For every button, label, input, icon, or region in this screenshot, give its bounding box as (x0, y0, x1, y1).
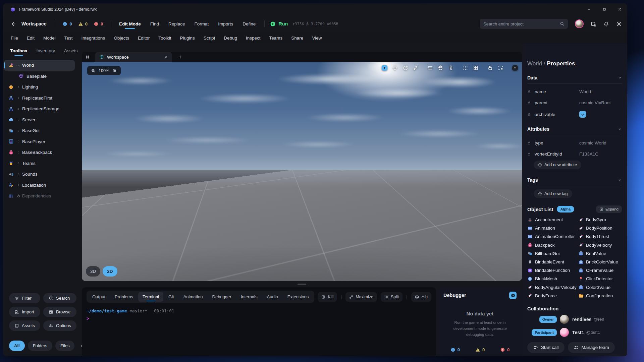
notifications-icon[interactable] (603, 21, 609, 27)
rotate-icon[interactable] (402, 65, 408, 71)
menu-item[interactable]: Objects (109, 36, 133, 41)
object-list-item[interactable]: BlockMesh (527, 275, 578, 283)
object-list-item[interactable]: BodyPosition (578, 224, 622, 232)
back-icon[interactable] (10, 21, 16, 27)
object-list-item[interactable]: Configuration (578, 292, 622, 300)
action-button[interactable]: Options (43, 320, 76, 331)
tags-section-header[interactable]: Tags (527, 177, 622, 186)
debug-error-count[interactable]: 0 (500, 347, 509, 352)
toolbar-mode[interactable]: Imports (218, 16, 233, 32)
settings-icon[interactable] (616, 21, 622, 27)
object-list-item[interactable]: BodyThrust (578, 232, 622, 241)
checklist-icon[interactable] (427, 65, 433, 71)
toolbar-mode[interactable]: Edit Mode (119, 16, 141, 32)
debug-info-count[interactable]: 0 (450, 347, 460, 352)
object-list-item[interactable]: BodyForce (527, 292, 578, 300)
object-list-item[interactable]: BindableFunction (527, 266, 578, 275)
record-button[interactable] (509, 292, 517, 299)
debug-warning-count[interactable]: 0 (475, 347, 485, 352)
tree-item[interactable]: BaseBackpack (4, 147, 75, 158)
toolbar-mode[interactable]: Find (150, 16, 159, 32)
kill-button[interactable]: Kill (318, 292, 337, 302)
object-list-item[interactable]: Accoutrement (527, 216, 578, 224)
dots-grid-icon[interactable] (463, 65, 468, 71)
add-tag-button[interactable]: Add new tag (534, 189, 572, 198)
action-button[interactable]: Assets (9, 320, 40, 331)
menu-item[interactable]: Debug (219, 36, 241, 41)
project-search[interactable] (480, 19, 568, 29)
menu-item[interactable]: Teams (265, 36, 287, 41)
lock-icon[interactable] (487, 65, 493, 71)
menu-item[interactable]: Toolkit (154, 36, 175, 41)
tab-close-icon[interactable] (164, 55, 168, 59)
maximize-terminal-button[interactable]: Maximize (345, 292, 377, 302)
property-row[interactable]: vortexEntityId F133A1C (527, 150, 622, 157)
action-button[interactable]: Import (9, 307, 40, 317)
capture-icon[interactable] (498, 65, 503, 71)
live-share-icon[interactable] (591, 21, 596, 27)
explorer-tab[interactable]: Assets (64, 48, 78, 56)
add-attribute-button[interactable]: Add new attribute (534, 161, 581, 169)
object-list-item[interactable]: Backpack (527, 241, 578, 249)
error-count[interactable]: 0 (94, 21, 103, 26)
toolbar-mode[interactable]: Format (194, 16, 209, 32)
chevron-right-icon[interactable] (16, 140, 21, 143)
maximize-button[interactable] (602, 7, 606, 11)
tree-item[interactable]: Dependencies (4, 191, 75, 201)
ruler-icon[interactable] (448, 65, 454, 71)
tree-item[interactable]: BaseGui (4, 125, 75, 136)
new-tab-icon[interactable] (178, 55, 182, 59)
close-button[interactable] (618, 7, 622, 11)
layout-grid-icon[interactable] (85, 55, 90, 59)
collaborator-row[interactable]: Participant Test1 @test1 (527, 327, 622, 338)
filter-chip[interactable]: Folders (28, 341, 52, 351)
object-list-item[interactable]: Color3Value (578, 283, 622, 292)
run-button[interactable]: Run r3756 β 3.7709 A005B (270, 21, 338, 27)
object-list-item[interactable]: ClickDetector (578, 275, 622, 283)
view-mode-button[interactable]: 2D (103, 266, 117, 277)
toolbar-mode[interactable]: Define (243, 16, 256, 32)
squares-icon[interactable] (473, 65, 479, 71)
start-call-button[interactable]: Start call (527, 342, 565, 353)
minimize-button[interactable] (587, 7, 591, 11)
tree-item[interactable]: World (4, 60, 75, 71)
scale-icon[interactable] (413, 65, 419, 71)
menu-item[interactable]: Integrations (77, 36, 110, 41)
filter-chip[interactable]: All (9, 341, 25, 351)
chevron-right-icon[interactable] (16, 162, 21, 165)
action-button[interactable]: Search (43, 293, 76, 303)
tree-item[interactable]: ReplicatedFirst (4, 93, 75, 104)
object-list-item[interactable]: BoolValue (578, 249, 622, 258)
camera-icon[interactable] (512, 65, 518, 71)
terminal-tab[interactable]: Audio (263, 292, 282, 302)
terminal-tab[interactable]: Problems (110, 292, 138, 302)
hand-icon[interactable] (438, 65, 443, 71)
object-list-item[interactable]: BodyAngularVelocity (527, 283, 578, 292)
explorer-tab[interactable]: Toolbox (10, 48, 28, 56)
menu-item[interactable]: File (6, 36, 22, 41)
terminal-tab[interactable]: Debugger (208, 292, 236, 302)
terminal-tab[interactable]: Terminal (138, 292, 163, 302)
terminal-tab[interactable]: Extensions (283, 292, 313, 302)
object-list-item[interactable]: BodyGyro (578, 216, 622, 224)
menu-item[interactable]: Editor (133, 36, 154, 41)
warning-count[interactable]: 0 (78, 21, 88, 26)
filter-chip[interactable]: Files (55, 341, 74, 351)
chevron-right-icon[interactable] (17, 62, 20, 68)
panel-drag-handle[interactable] (298, 284, 306, 285)
collaborator-row[interactable]: Owner rendives @ren (527, 314, 622, 324)
chevron-right-icon[interactable] (16, 118, 21, 121)
tree-item[interactable]: Server (4, 115, 75, 125)
tree-item[interactable]: ReplicatedStorage (4, 104, 75, 114)
object-list-item[interactable]: BindableEvent (527, 258, 578, 266)
chevron-right-icon[interactable] (16, 85, 21, 89)
3d-viewport[interactable]: 512 x 512 512 x 512 512 x 512 512 x 512 … (82, 62, 522, 281)
zoom-control[interactable]: 100% (87, 66, 121, 75)
tree-item[interactable]: BasePlayer (4, 136, 75, 147)
tree-item[interactable]: Baseplate (4, 71, 75, 82)
manage-team-button[interactable]: Manage team (568, 342, 615, 353)
chevron-right-icon[interactable] (16, 96, 21, 100)
object-list-item[interactable]: CFrameValue (578, 266, 622, 275)
tree-item[interactable]: Localization (4, 180, 75, 191)
object-list-item[interactable]: BrickColorValue (578, 258, 622, 266)
